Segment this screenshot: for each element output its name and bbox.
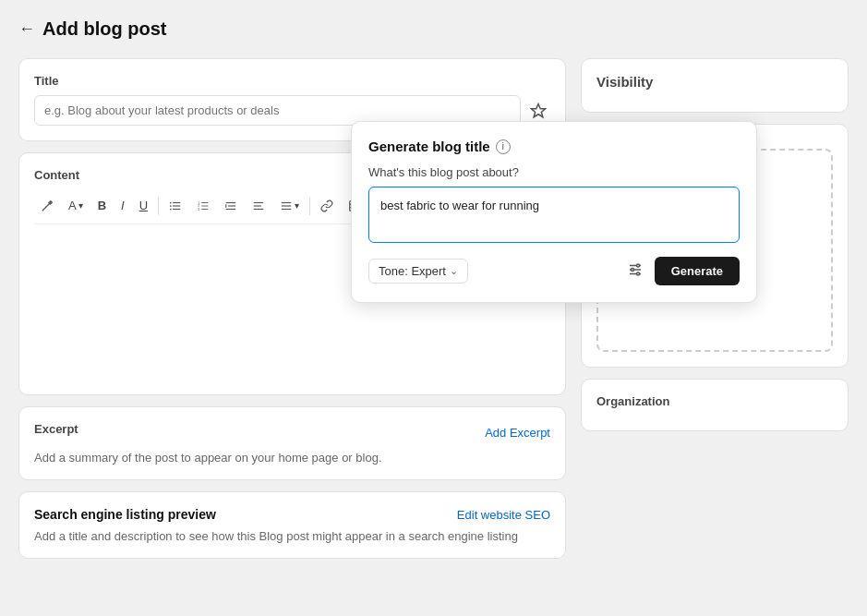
tone-label: Tone: Expert <box>379 264 446 278</box>
toolbar-indent-right-button[interactable] <box>246 195 271 216</box>
excerpt-header: Excerpt Add Excerpt <box>34 422 550 443</box>
svg-text:3: 3 <box>198 207 199 211</box>
toolbar-italic-button[interactable]: I <box>114 195 131 216</box>
italic-label: I <box>121 199 125 212</box>
back-button[interactable]: ← <box>18 19 35 39</box>
left-column: Title Content <box>18 58 566 559</box>
page-header: ← Add blog post <box>18 18 849 40</box>
svg-point-2 <box>170 201 172 203</box>
toolbar-magic-button[interactable] <box>34 195 60 216</box>
numbered-list-icon: 1 2 3 <box>197 199 210 212</box>
bold-label: B <box>98 199 106 212</box>
popover-question-label: What's this blog post about? <box>368 165 740 179</box>
popover-title: Generate blog title i <box>368 139 740 154</box>
wand-icon <box>41 199 54 212</box>
title-label: Title <box>34 74 550 88</box>
underline-label: U <box>139 199 148 212</box>
popover-footer-right: Generate <box>623 257 740 285</box>
svg-line-1 <box>42 200 53 211</box>
svg-point-4 <box>170 205 172 207</box>
settings-icon <box>627 261 644 278</box>
font-label: A <box>68 199 77 212</box>
blog-topic-textarea[interactable]: best fabric to wear for running <box>368 187 740 243</box>
toolbar-bold-button[interactable]: B <box>91 195 113 216</box>
svg-point-39 <box>636 272 639 275</box>
generate-title-popover: Generate blog title i What's this blog p… <box>351 121 757 303</box>
organization-card: Organization <box>581 379 849 431</box>
info-icon: i <box>496 139 511 154</box>
indent-right-icon <box>252 199 265 212</box>
excerpt-label: Excerpt <box>34 422 78 436</box>
font-dropdown-icon: ▾ <box>78 200 83 211</box>
organization-label: Organization <box>596 394 833 408</box>
toolbar-indent-left-button[interactable] <box>218 195 244 216</box>
bullet-list-icon <box>169 199 182 212</box>
sparkle-icon <box>530 103 547 119</box>
toolbar-numbered-button[interactable]: 1 2 3 <box>190 195 216 216</box>
page-title: Add blog post <box>42 18 166 40</box>
svg-marker-0 <box>532 103 546 116</box>
popover-title-text: Generate blog title <box>368 139 490 154</box>
toolbar-bullet-button[interactable] <box>163 195 188 216</box>
add-excerpt-button[interactable]: Add Excerpt <box>485 426 550 440</box>
align-icon <box>280 199 293 212</box>
tone-selector[interactable]: Tone: Expert ⌄ <box>368 259 468 284</box>
toolbar-link-button[interactable] <box>314 195 340 216</box>
toolbar-underline-button[interactable]: U <box>133 195 154 216</box>
generate-button[interactable]: Generate <box>655 257 740 285</box>
toolbar-align-button[interactable]: ▾ <box>273 195 306 216</box>
filter-settings-button[interactable] <box>623 258 647 284</box>
excerpt-card: Excerpt Add Excerpt Add a summary of the… <box>18 406 566 480</box>
excerpt-description: Add a summary of the post to appear on y… <box>34 451 550 465</box>
toolbar-font-button[interactable]: A ▾ <box>62 195 90 216</box>
generate-title-button[interactable] <box>526 99 550 123</box>
toolbar-sep-1 <box>158 197 159 215</box>
link-icon <box>320 199 333 212</box>
popover-footer: Tone: Expert ⌄ Generate <box>368 257 740 285</box>
tone-chevron-icon: ⌄ <box>450 265 458 277</box>
toolbar-sep-2 <box>309 197 310 215</box>
seo-title: Search engine listing preview <box>34 507 216 522</box>
svg-point-6 <box>170 208 172 210</box>
seo-description: Add a title and description to see how t… <box>34 529 550 543</box>
edit-seo-button[interactable]: Edit website SEO <box>457 508 550 522</box>
svg-point-37 <box>636 264 639 267</box>
align-dropdown-icon: ▾ <box>295 200 299 211</box>
indent-left-icon <box>224 199 237 212</box>
visibility-label: Visibility <box>596 74 833 90</box>
seo-card: Search engine listing preview Edit websi… <box>18 491 566 559</box>
seo-header: Search engine listing preview Edit websi… <box>34 507 550 522</box>
svg-point-38 <box>631 269 633 272</box>
visibility-card: Visibility <box>581 58 849 113</box>
